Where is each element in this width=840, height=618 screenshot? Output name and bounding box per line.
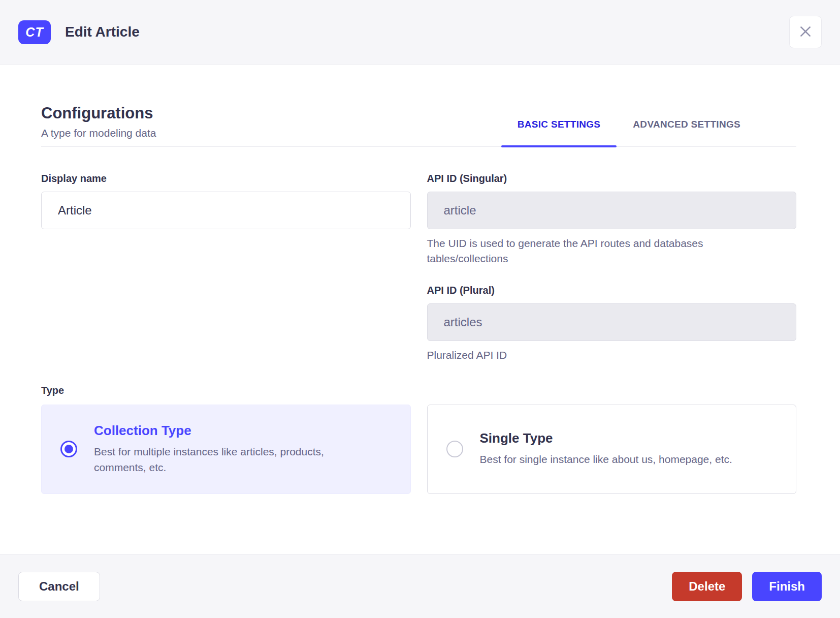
collection-type-option[interactable]: Collection Type Best for multiple instan…	[41, 405, 411, 494]
content-type-badge-label: CT	[25, 25, 43, 40]
single-type-title: Single Type	[480, 430, 732, 446]
content-type-badge: CT	[18, 20, 51, 44]
tab-advanced-settings[interactable]: ADVANCED SETTINGS	[617, 119, 757, 146]
single-type-radio[interactable]	[446, 441, 463, 457]
form-column-right: API ID (Singular) The UID is used to gen…	[427, 173, 797, 363]
close-icon	[799, 25, 812, 40]
page-title: Configurations	[41, 104, 156, 122]
api-id-plural-hint: Pluralized API ID	[427, 348, 752, 363]
close-button[interactable]	[789, 16, 822, 48]
cancel-button[interactable]: Cancel	[18, 572, 100, 601]
modal-title: Edit Article	[65, 24, 140, 40]
type-section: Type Collection Type Best for multiple i…	[41, 385, 796, 494]
collection-type-text: Collection Type Best for multiple instan…	[94, 423, 371, 475]
collection-type-title: Collection Type	[94, 423, 371, 439]
api-id-singular-hint: The UID is used to generate the API rout…	[427, 236, 752, 266]
modal-header: CT Edit Article	[0, 0, 840, 65]
page-subtitle: A type for modeling data	[41, 127, 156, 139]
display-name-field-group: Display name	[41, 173, 411, 229]
display-name-label: Display name	[41, 173, 411, 184]
api-id-singular-input	[427, 192, 797, 229]
api-id-singular-field-group: API ID (Singular) The UID is used to gen…	[427, 173, 797, 266]
settings-tablist: BASIC SETTINGS ADVANCED SETTINGS	[501, 119, 757, 146]
type-label: Type	[41, 385, 796, 396]
api-id-plural-label: API ID (Plural)	[427, 285, 797, 296]
finish-button[interactable]: Finish	[752, 572, 822, 601]
section-titles: Configurations A type for modeling data	[41, 104, 156, 146]
display-name-input[interactable]	[41, 192, 411, 229]
section-head: Configurations A type for modeling data …	[41, 104, 796, 147]
modal-footer: Cancel Delete Finish	[0, 554, 840, 618]
single-type-text: Single Type Best for single instance lik…	[480, 430, 732, 467]
api-id-singular-label: API ID (Singular)	[427, 173, 797, 184]
api-id-plural-field-group: API ID (Plural) Pluralized API ID	[427, 285, 797, 363]
api-id-plural-input	[427, 303, 797, 341]
single-type-option[interactable]: Single Type Best for single instance lik…	[427, 405, 797, 494]
form-column-left: Display name	[41, 173, 411, 363]
single-type-description: Best for single instance like about us, …	[480, 452, 732, 467]
configuration-form: Display name API ID (Singular) The UID i…	[41, 173, 796, 363]
tab-basic-settings[interactable]: BASIC SETTINGS	[501, 119, 617, 146]
collection-type-radio[interactable]	[60, 441, 77, 457]
delete-button[interactable]: Delete	[672, 572, 742, 601]
collection-type-description: Best for multiple instances like article…	[94, 444, 371, 475]
modal-body: Configurations A type for modeling data …	[0, 65, 840, 554]
type-options: Collection Type Best for multiple instan…	[41, 405, 796, 494]
